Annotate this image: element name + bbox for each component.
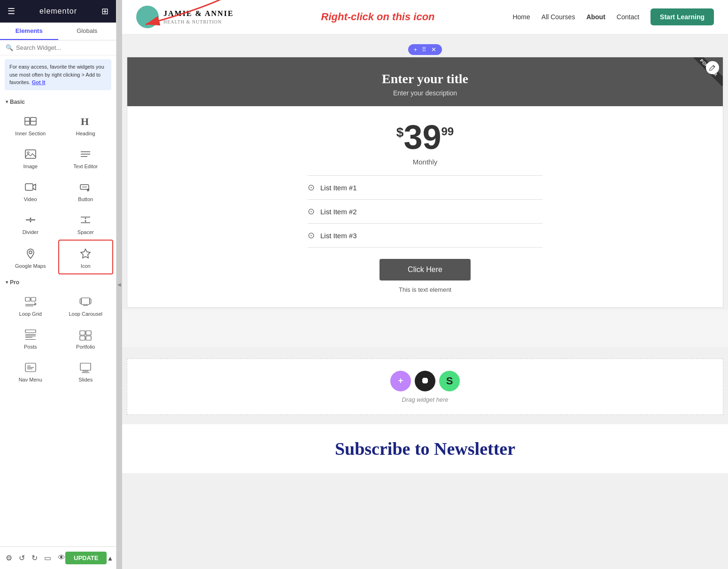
popular-badge-wrapper: POPULAR: [690, 57, 723, 90]
tip-link[interactable]: Got It: [32, 79, 46, 85]
widget-image-label: Image: [23, 164, 38, 169]
list-item-1: ⊙ List Item #1: [308, 175, 542, 200]
tab-elements[interactable]: Elements: [0, 23, 58, 40]
widget-slides[interactable]: Slides: [58, 354, 114, 387]
svg-point-6: [27, 152, 29, 154]
drag-s-icon: S: [439, 371, 460, 391]
edit-icon-button[interactable]: [706, 61, 719, 74]
svg-marker-15: [30, 221, 31, 223]
widget-posts[interactable]: Posts: [3, 321, 58, 354]
svg-marker-22: [81, 249, 90, 258]
spacer-icon: [79, 213, 92, 226]
svg-rect-31: [25, 330, 36, 333]
nav-links: Home All Courses About Contact Start Lea…: [512, 8, 714, 25]
list-item-2-text: List Item #2: [320, 208, 357, 216]
widget-google-maps[interactable]: Google Maps: [3, 240, 58, 274]
section-basic: Basic: [0, 94, 116, 108]
text-editor-icon: [79, 148, 92, 161]
newsletter-section: Subscribe to Newsletter: [122, 424, 728, 473]
search-input[interactable]: [16, 44, 110, 51]
update-button[interactable]: UPDATE: [65, 552, 107, 564]
widget-heading[interactable]: H Heading: [58, 108, 114, 141]
toolbar-icons: ⚙ ↺ ↻ ▭ 👁: [6, 553, 65, 562]
svg-rect-10: [25, 184, 33, 190]
svg-rect-5: [25, 150, 36, 158]
toolbar-plus-button[interactable]: +: [412, 45, 419, 54]
check-icon-3: ⊙: [308, 230, 315, 241]
nav-about[interactable]: About: [586, 13, 605, 21]
svg-rect-37: [86, 331, 91, 335]
widget-loop-carousel[interactable]: Loop Carousel: [58, 288, 114, 321]
panel-header: ☰ elementor ⊞: [0, 0, 116, 23]
widget-icon[interactable]: Icon: [58, 240, 114, 274]
widget-image[interactable]: Image: [3, 141, 58, 174]
pricing-header-title: Enter your title: [137, 71, 713, 86]
svg-point-21: [29, 251, 32, 254]
svg-rect-35: [25, 339, 36, 340]
list-item-1-text: List Item #1: [320, 184, 357, 192]
nav-contact[interactable]: Contact: [617, 13, 639, 21]
tip-box: For easy access, favorite the widgets yo…: [5, 59, 111, 90]
nav-annotation: Right-click on this icon: [243, 11, 513, 23]
widget-video[interactable]: Video: [3, 174, 58, 207]
site-logo: JAMIE & ANNIE HEALTH & NUTRITION: [136, 6, 234, 28]
divider-icon: [24, 213, 37, 226]
click-here-button[interactable]: Click Here: [379, 259, 471, 281]
widget-heading-label: Heading: [76, 131, 95, 136]
toolbar-close-button[interactable]: ✕: [429, 45, 438, 54]
widget-text-editor[interactable]: Text Editor: [58, 141, 114, 174]
drag-text: Drag widget here: [402, 396, 449, 403]
widget-grid-basic: Inner Section H Heading: [0, 108, 116, 274]
widget-nav-menu[interactable]: Nav Menu: [3, 354, 58, 387]
collapse-handle[interactable]: ◀: [116, 0, 122, 569]
toolbar-dots-button[interactable]: ⠿: [420, 45, 428, 54]
drag-plus-icon[interactable]: +: [390, 371, 411, 391]
drag-icons-row: + ⏺ S: [390, 371, 460, 391]
panel-title: elementor: [39, 7, 77, 16]
drag-section[interactable]: + ⏺ S Drag widget here: [127, 359, 723, 415]
chevron-up-icon[interactable]: ▲: [107, 554, 113, 562]
undo-icon[interactable]: ↺: [19, 553, 25, 562]
drag-record-icon: ⏺: [415, 371, 435, 391]
price-amount: 39: [403, 120, 441, 154]
logo-circle: [136, 6, 159, 28]
widget-inner-section-label: Inner Section: [15, 131, 46, 136]
logo-text: JAMIE & ANNIE HEALTH & NUTRITION: [163, 8, 234, 25]
nav-cta-button[interactable]: Start Learning: [651, 8, 714, 25]
widget-video-label: Video: [24, 196, 37, 202]
widget-button[interactable]: Button: [58, 174, 114, 207]
widget-divider[interactable]: Divider: [3, 207, 58, 240]
left-panel: ☰ elementor ⊞ Elements Globals 🔍 For eas…: [0, 0, 116, 569]
price-display: $ 39 99: [165, 120, 685, 154]
redo-icon[interactable]: ↻: [31, 553, 38, 562]
settings-icon[interactable]: ⚙: [6, 553, 12, 562]
check-icon-1: ⊙: [308, 182, 315, 193]
nav-all-courses[interactable]: All Courses: [542, 13, 575, 21]
svg-marker-20: [85, 221, 86, 222]
widgets-scroll: Basic Inner Section H: [0, 94, 116, 547]
svg-rect-24: [31, 297, 36, 301]
svg-rect-39: [86, 336, 91, 340]
collapse-icon: ◀: [117, 282, 121, 287]
eye-icon[interactable]: 👁: [58, 553, 65, 562]
main-content: JAMIE & ANNIE HEALTH & NUTRITION Right-c…: [122, 0, 728, 569]
widget-loop-grid[interactable]: Loop Grid: [3, 288, 58, 321]
responsive-icon[interactable]: ▭: [44, 553, 51, 562]
widget-spacer[interactable]: Spacer: [58, 207, 114, 240]
toolbar-pill: + ⠿ ✕: [408, 44, 442, 55]
pricing-body: $ 39 99 Monthly ⊙ List Item #1 ⊙ List It…: [127, 106, 723, 307]
widget-inner-section[interactable]: Inner Section: [3, 108, 58, 141]
grid-icon[interactable]: ⊞: [101, 6, 108, 16]
hamburger-icon[interactable]: ☰: [8, 6, 15, 16]
tab-globals[interactable]: Globals: [58, 23, 116, 40]
price-period: Monthly: [165, 158, 685, 166]
search-bar: 🔍: [0, 40, 116, 55]
search-icon: 🔍: [6, 44, 13, 51]
widget-spacer-label: Spacer: [77, 229, 94, 235]
nav-home[interactable]: Home: [512, 13, 530, 21]
newsletter-title: Subscribe to Newsletter: [160, 438, 690, 459]
widget-slides-label: Slides: [78, 377, 93, 382]
logo-main-name: JAMIE & ANNIE: [163, 8, 234, 19]
video-icon: [24, 180, 37, 194]
widget-portfolio[interactable]: Portfolio: [58, 321, 114, 354]
